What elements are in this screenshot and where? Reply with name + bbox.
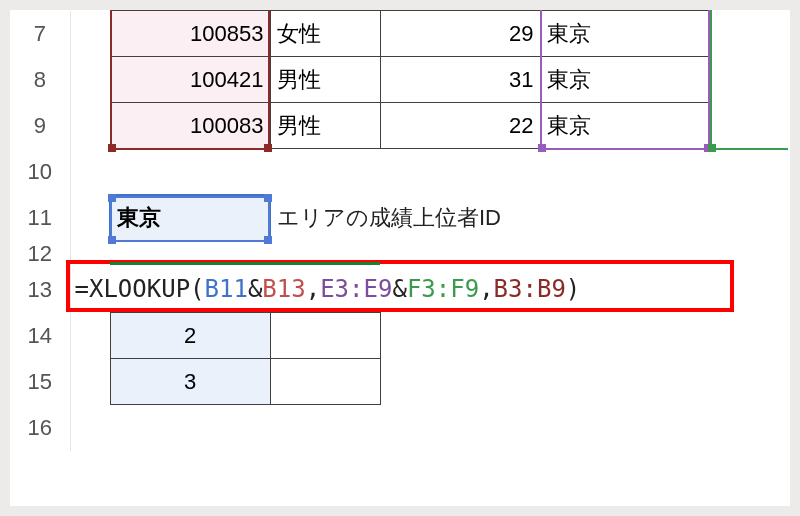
cell-C15[interactable] [270, 359, 380, 405]
row-16[interactable]: 16 [10, 405, 790, 451]
formula-amp1: & [248, 275, 262, 303]
cell-A9[interactable] [70, 103, 110, 149]
cell-E9[interactable]: 東京 [540, 103, 710, 149]
formula-suffix: ) [566, 275, 580, 303]
row-13[interactable]: 13 =XLOOKUP(B11&B13,E3:E9&F3:F9,B3:B9) [10, 267, 790, 313]
cell-A8[interactable] [70, 57, 110, 103]
cell-C16[interactable] [270, 405, 380, 451]
cell-D8[interactable]: 31 [380, 57, 540, 103]
cell-E14[interactable] [540, 313, 710, 359]
cell-A16[interactable] [70, 405, 110, 451]
cell-B11[interactable]: 東京 [110, 195, 270, 241]
row-header-11[interactable]: 11 [10, 195, 70, 241]
cell-D9[interactable]: 22 [380, 103, 540, 149]
cell-A15[interactable] [70, 359, 110, 405]
formula-comma1: , [306, 275, 320, 303]
cell-D14[interactable] [380, 313, 540, 359]
cell-C8[interactable]: 男性 [270, 57, 380, 103]
formula-ref-E3E9: E3:E9 [320, 275, 392, 303]
row-10[interactable]: 10 [10, 149, 790, 195]
row-header-9[interactable]: 9 [10, 103, 70, 149]
cell-F11[interactable] [710, 195, 790, 241]
cell-B14[interactable]: 2 [110, 313, 270, 359]
cell-F16[interactable] [710, 405, 790, 451]
formula-amp2: & [392, 275, 406, 303]
cell-B9[interactable]: 100083 [110, 103, 270, 149]
row-header-16[interactable]: 16 [10, 405, 70, 451]
cell-D15[interactable] [380, 359, 540, 405]
cell-E10[interactable] [540, 149, 710, 195]
formula-ref-B11: B11 [205, 275, 248, 303]
formula-prefix: =XLOOKUP( [75, 275, 205, 303]
cell-F7[interactable] [710, 11, 790, 57]
cell-E8[interactable]: 東京 [540, 57, 710, 103]
cell-A11[interactable] [70, 195, 110, 241]
row-header-10[interactable]: 10 [10, 149, 70, 195]
cell-E16[interactable] [540, 405, 710, 451]
cell-E12[interactable] [540, 241, 710, 267]
row-header-12[interactable]: 12 [10, 241, 70, 267]
cell-C11-label[interactable]: エリアの成績上位者ID [270, 195, 710, 241]
row-11[interactable]: 11 東京 エリアの成績上位者ID [10, 195, 790, 241]
grid-table[interactable]: 7 100853 女性 29 東京 8 100421 男性 31 東京 9 [10, 10, 790, 451]
cell-formula[interactable]: =XLOOKUP(B11&B13,E3:E9&F3:F9,B3:B9) [70, 267, 790, 313]
cell-B15[interactable]: 3 [110, 359, 270, 405]
cell-F8[interactable] [710, 57, 790, 103]
cell-E7[interactable]: 東京 [540, 11, 710, 57]
cell-A14[interactable] [70, 313, 110, 359]
row-14[interactable]: 14 2 [10, 313, 790, 359]
cell-A12[interactable] [70, 241, 110, 267]
cell-D10[interactable] [380, 149, 540, 195]
cell-C7[interactable]: 女性 [270, 11, 380, 57]
row-9[interactable]: 9 100083 男性 22 東京 [10, 103, 790, 149]
cell-D16[interactable] [380, 405, 540, 451]
row-header-14[interactable]: 14 [10, 313, 70, 359]
spreadsheet-viewport: 7 100853 女性 29 東京 8 100421 男性 31 東京 9 [0, 0, 800, 516]
cell-F15[interactable] [710, 359, 790, 405]
cell-B16[interactable] [110, 405, 270, 451]
row-header-8[interactable]: 8 [10, 57, 70, 103]
cell-A7[interactable] [70, 11, 110, 57]
formula-ref-B13: B13 [262, 275, 305, 303]
row-8[interactable]: 8 100421 男性 31 東京 [10, 57, 790, 103]
edit-top-border [110, 262, 380, 265]
row-7[interactable]: 7 100853 女性 29 東京 [10, 11, 790, 57]
cell-E15[interactable] [540, 359, 710, 405]
cell-F10[interactable] [710, 149, 790, 195]
cell-D12[interactable] [380, 241, 540, 267]
cell-B8[interactable]: 100421 [110, 57, 270, 103]
row-header-13[interactable]: 13 [10, 267, 70, 313]
formula-ref-B3B9: B3:B9 [494, 275, 566, 303]
cell-B10[interactable] [110, 149, 270, 195]
cell-F9[interactable] [710, 103, 790, 149]
formula-ref-F3F9: F3:F9 [407, 275, 479, 303]
cell-A10[interactable] [70, 149, 110, 195]
cell-C10[interactable] [270, 149, 380, 195]
cell-D7[interactable]: 29 [380, 11, 540, 57]
row-header-15[interactable]: 15 [10, 359, 70, 405]
row-header-7[interactable]: 7 [10, 11, 70, 57]
cell-F12[interactable] [710, 241, 790, 267]
cell-C14[interactable] [270, 313, 380, 359]
row-15[interactable]: 15 3 [10, 359, 790, 405]
cell-B7[interactable]: 100853 [110, 11, 270, 57]
formula-comma2: , [479, 275, 493, 303]
cell-C9[interactable]: 男性 [270, 103, 380, 149]
spreadsheet-grid[interactable]: 7 100853 女性 29 東京 8 100421 男性 31 東京 9 [10, 10, 790, 506]
cell-F14[interactable] [710, 313, 790, 359]
